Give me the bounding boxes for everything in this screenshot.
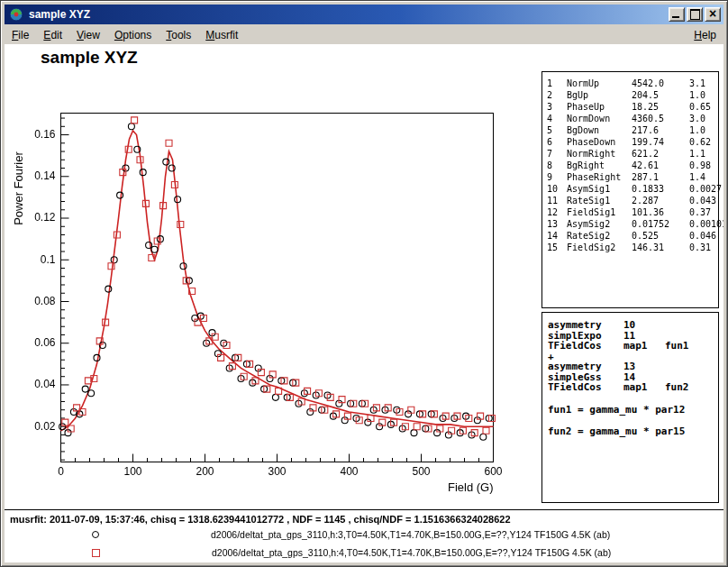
parameter-name: AsymSig1 xyxy=(567,183,626,195)
menu-item-file[interactable]: File xyxy=(5,27,36,43)
parameter-name: BgUp xyxy=(567,89,626,101)
minimize-button[interactable] xyxy=(669,7,685,22)
parameter-id: 8 xyxy=(547,160,561,171)
menu-item-help[interactable]: Help xyxy=(687,27,723,43)
parameter-id: 14 xyxy=(547,230,561,242)
legend-item-2: d2006/deltat_pta_gps_3110,h:4,T0=4.50K,T… xyxy=(5,545,653,560)
parameter-error: 1.1 xyxy=(689,148,718,160)
fourier-plot-canvas[interactable] xyxy=(5,89,545,549)
theory-box: asymmetry10simplExpo11TFieldCosmap1fun1+… xyxy=(541,312,719,503)
parameter-name: FieldSig2 xyxy=(567,242,626,253)
parameter-value: 18.25 xyxy=(632,101,684,113)
menu-left-group: FileEditViewOptionsToolsMusrfit xyxy=(5,27,245,43)
menu-item-edit[interactable]: Edit xyxy=(36,27,69,43)
parameter-name: NormUp xyxy=(567,78,626,89)
theory-row: asymmetry13 xyxy=(548,361,718,372)
plot-title: sample XYZ xyxy=(41,48,138,68)
parameter-value: 0.1833 xyxy=(632,183,684,195)
parameter-name: PhaseUp xyxy=(567,101,626,113)
parameter-error: 3.0 xyxy=(689,113,718,124)
parameter-value: 0.01752 xyxy=(632,218,684,230)
parameter-name: AsymSig2 xyxy=(567,218,626,230)
menu-right-group: Help xyxy=(687,27,723,43)
parameter-row: 1NormUp4542.03.1 xyxy=(547,78,718,89)
parameter-value: 199.74 xyxy=(632,136,684,148)
parameter-name: NormDown xyxy=(567,113,626,124)
parameter-error: 3.1 xyxy=(689,78,718,89)
parameter-error: 0.65 xyxy=(689,101,718,113)
parameter-id: 15 xyxy=(547,242,561,253)
parameter-value: 2.287 xyxy=(632,195,684,206)
parameter-name: FieldSig1 xyxy=(567,206,626,218)
parameter-name: PhaseRight xyxy=(567,171,626,183)
parameter-row: 12FieldSig1101.360.37 xyxy=(547,206,718,218)
parameter-name: NormRight xyxy=(567,148,626,160)
parameter-value: 146.31 xyxy=(632,242,684,253)
menu-item-options[interactable]: Options xyxy=(107,27,159,43)
legend-label-1: d2006/deltat_pta_gps_3110,h:3,T0=4.50K,T… xyxy=(211,529,610,540)
app-window: sample XYZ FileEditViewOptionsToolsMusrf… xyxy=(0,0,728,567)
parameter-value: 217.6 xyxy=(632,124,684,136)
parameter-value: 204.5 xyxy=(632,89,684,101)
parameter-error: 0.31 xyxy=(689,242,718,253)
parameter-error: 1.4 xyxy=(689,171,718,183)
parameter-error: 0.043 xyxy=(689,195,718,206)
parameter-row: 9PhaseRight287.11.4 xyxy=(547,171,718,183)
parameter-stats-box: 1NormUp4542.03.12BgUp204.51.03PhaseUp18.… xyxy=(541,71,719,308)
parameter-name: RateSig2 xyxy=(567,230,626,242)
parameter-error: 0.0027 xyxy=(689,183,722,195)
footer-divider xyxy=(5,509,723,510)
theory-row: TFieldCosmap1fun2 xyxy=(548,382,718,393)
parameter-id: 10 xyxy=(547,183,561,195)
root-canvas: sample XYZ 1NormUp4542.03.12BgUp204.51.0… xyxy=(5,44,723,562)
parameter-error: 0.98 xyxy=(689,160,718,171)
parameter-name: PhaseDown xyxy=(567,136,626,148)
parameter-value: 4542.0 xyxy=(632,78,684,89)
close-button[interactable] xyxy=(705,7,721,22)
parameter-row: 10AsymSig10.18330.0027 xyxy=(547,183,718,195)
theory-function: fun1 = gamma_mu * par12 xyxy=(548,405,718,416)
theory-function: fun2 = gamma_mu * par15 xyxy=(548,426,718,437)
parameter-row: 14RateSig20.5250.046 xyxy=(547,230,718,242)
parameter-id: 4 xyxy=(547,113,561,124)
parameter-value: 4360.5 xyxy=(632,113,684,124)
menubar: FileEditViewOptionsToolsMusrfit Help xyxy=(5,26,723,44)
parameter-value: 0.525 xyxy=(632,230,684,242)
parameter-row: 13AsymSig20.017520.00101 xyxy=(547,218,718,230)
menu-item-tools[interactable]: Tools xyxy=(159,27,198,43)
parameter-row: 7NormRight621.21.1 xyxy=(547,148,718,160)
parameter-id: 5 xyxy=(547,124,561,136)
parameter-error: 1.0 xyxy=(689,124,718,136)
parameter-error: 0.37 xyxy=(689,206,718,218)
app-icon xyxy=(9,7,23,22)
parameter-id: 11 xyxy=(547,195,561,206)
parameter-id: 1 xyxy=(547,78,561,89)
window-title: sample XYZ xyxy=(29,8,667,21)
parameter-name: BgRight xyxy=(567,160,626,171)
square-marker-icon xyxy=(92,549,100,557)
fit-status-line: musrfit: 2011-07-09, 15:37:46, chisq = 1… xyxy=(10,514,511,525)
titlebar[interactable]: sample XYZ xyxy=(5,5,723,24)
theory-row: asymmetry10 xyxy=(548,320,718,331)
legend-label-2: d2006/deltat_pta_gps_3110,h:4,T0=4.50K,T… xyxy=(212,547,611,558)
parameter-id: 12 xyxy=(547,206,561,218)
parameter-row: 3PhaseUp18.250.65 xyxy=(547,101,718,113)
parameter-id: 13 xyxy=(547,218,561,230)
parameter-row: 5BgDown217.61.0 xyxy=(547,124,718,136)
parameter-row: 11RateSig12.2870.043 xyxy=(547,195,718,206)
parameter-name: BgDown xyxy=(567,124,626,136)
parameter-row: 15FieldSig2146.310.31 xyxy=(547,242,718,253)
parameter-row: 4NormDown4360.53.0 xyxy=(547,113,718,124)
maximize-button[interactable] xyxy=(687,7,703,22)
parameter-name: RateSig1 xyxy=(567,195,626,206)
circle-marker-icon xyxy=(92,531,99,538)
theory-row: TFieldCosmap1fun1 xyxy=(548,341,718,352)
menu-item-view[interactable]: View xyxy=(69,27,107,43)
parameter-error: 0.00101 xyxy=(689,218,723,230)
parameter-value: 287.1 xyxy=(632,171,684,183)
parameter-row: 8BgRight42.610.98 xyxy=(547,160,718,171)
parameter-error: 0.62 xyxy=(689,136,718,148)
parameter-error: 0.046 xyxy=(689,230,718,242)
menu-item-musrfit[interactable]: Musrfit xyxy=(198,27,245,43)
parameter-id: 3 xyxy=(547,101,561,113)
